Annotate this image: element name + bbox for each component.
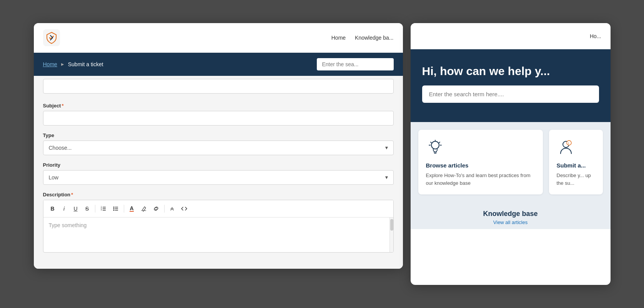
editor-area: Type something <box>43 218 393 252</box>
svg-point-12 <box>113 210 114 211</box>
priority-group: Priority Low Medium High Urgent ▼ <box>43 162 394 185</box>
nav-home-link[interactable]: Home <box>331 35 346 41</box>
toolbar-divider-3 <box>164 205 165 213</box>
svg-line-18 <box>431 142 431 143</box>
submit-ticket-card: ! Submit a... Describe y... up the su... <box>549 130 603 194</box>
toolbar-clear-format-button[interactable]: A <box>167 203 178 214</box>
svg-point-14 <box>431 141 439 149</box>
description-wrapper: B i U S 123 A <box>43 200 394 253</box>
svg-text:3: 3 <box>101 209 102 211</box>
person-icon: ! <box>557 137 595 157</box>
toolbar-font-color-button[interactable]: A <box>126 203 137 214</box>
logo-icon <box>43 29 60 46</box>
page-container: Home Knowledge ba... Home ► Submit a tic… <box>0 0 644 308</box>
scrollbar-thumb <box>390 219 393 231</box>
subject-label: Subject* <box>43 103 394 109</box>
type-select[interactable]: Choose... Bug Feature Request General Qu… <box>43 141 394 155</box>
header-nav: Home Knowledge ba... <box>331 35 394 41</box>
priority-select-wrapper: Low Medium High Urgent ▼ <box>43 170 394 185</box>
type-label: Type <box>43 132 394 138</box>
svg-point-11 <box>113 208 114 209</box>
knowledge-section: Knowledge base View all articles <box>411 202 611 229</box>
svg-point-10 <box>113 207 114 208</box>
cards-section: Browse articles Explore How-To's and lea… <box>411 122 611 202</box>
breadcrumb-separator: ► <box>60 62 65 67</box>
subject-required-star: * <box>62 103 63 109</box>
breadcrumb-search-input[interactable] <box>317 58 394 70</box>
right-nav: Ho... <box>590 33 601 39</box>
browse-articles-title: Browse articles <box>426 162 535 169</box>
form-body: Subject* Type Choose... Bug Feature Requ… <box>34 76 403 269</box>
toolbar-strikethrough-button[interactable]: S <box>82 203 93 214</box>
right-window: Ho... Hi, how can we help y... <box>411 23 611 285</box>
toolbar-code-button[interactable] <box>178 203 190 214</box>
toolbar-divider-2 <box>124 205 124 213</box>
svg-text:!: ! <box>568 142 569 145</box>
description-group: Description* B i U S 123 <box>43 192 394 253</box>
nav-kb-link[interactable]: Knowledge ba... <box>355 35 393 41</box>
breadcrumb-current: Submit a ticket <box>68 61 103 67</box>
subject-group: Subject* <box>43 103 394 126</box>
submit-ticket-card-title: Submit a... <box>557 162 595 169</box>
top-field-input[interactable] <box>43 79 394 94</box>
type-select-wrapper: Choose... Bug Feature Request General Qu… <box>43 141 394 155</box>
subject-input[interactable] <box>43 111 394 126</box>
logo-container <box>43 29 60 46</box>
right-window-header: Ho... <box>411 23 611 49</box>
toolbar-divider-1 <box>95 205 95 213</box>
toolbar-link-button[interactable] <box>150 203 162 214</box>
view-all-articles-link[interactable]: View all articles <box>422 219 599 225</box>
submit-ticket-card-desc: Describe y... up the su... <box>557 172 595 187</box>
description-label: Description* <box>43 192 394 198</box>
description-editor[interactable]: Type something <box>43 218 389 252</box>
breadcrumb-home-link[interactable]: Home <box>43 61 57 67</box>
breadcrumb-bar: Home ► Submit a ticket <box>34 53 403 76</box>
hero-search-input[interactable] <box>422 85 599 103</box>
right-nav-home-link[interactable]: Ho... <box>590 33 601 39</box>
left-window: Home Knowledge ba... Home ► Submit a tic… <box>34 23 403 269</box>
editor-scrollbar[interactable] <box>389 218 393 252</box>
breadcrumb: Home ► Submit a ticket <box>43 61 103 67</box>
description-toolbar: B i U S 123 A <box>43 200 393 218</box>
lightbulb-icon <box>426 137 535 157</box>
browse-articles-card: Browse articles Explore How-To's and lea… <box>418 130 543 194</box>
hero-title: Hi, how can we help y... <box>422 65 599 78</box>
toolbar-underline-button[interactable]: U <box>70 203 81 214</box>
toolbar-italic-button[interactable]: i <box>59 203 70 214</box>
browse-articles-desc: Explore How-To's and learn best practice… <box>426 172 535 187</box>
hero-section: Hi, how can we help y... <box>411 49 611 122</box>
type-group: Type Choose... Bug Feature Request Gener… <box>43 132 394 155</box>
knowledge-base-title: Knowledge base <box>422 210 599 218</box>
toolbar-bold-button[interactable]: B <box>47 203 58 214</box>
left-window-header: Home Knowledge ba... <box>34 23 403 53</box>
priority-select[interactable]: Low Medium High Urgent <box>43 170 394 185</box>
description-required-star: * <box>71 192 73 198</box>
toolbar-eraser-button[interactable] <box>138 203 150 214</box>
toolbar-ordered-list-button[interactable]: 123 <box>98 203 109 214</box>
svg-line-19 <box>439 142 440 143</box>
toolbar-unordered-list-button[interactable] <box>110 203 121 214</box>
priority-label: Priority <box>43 162 394 168</box>
